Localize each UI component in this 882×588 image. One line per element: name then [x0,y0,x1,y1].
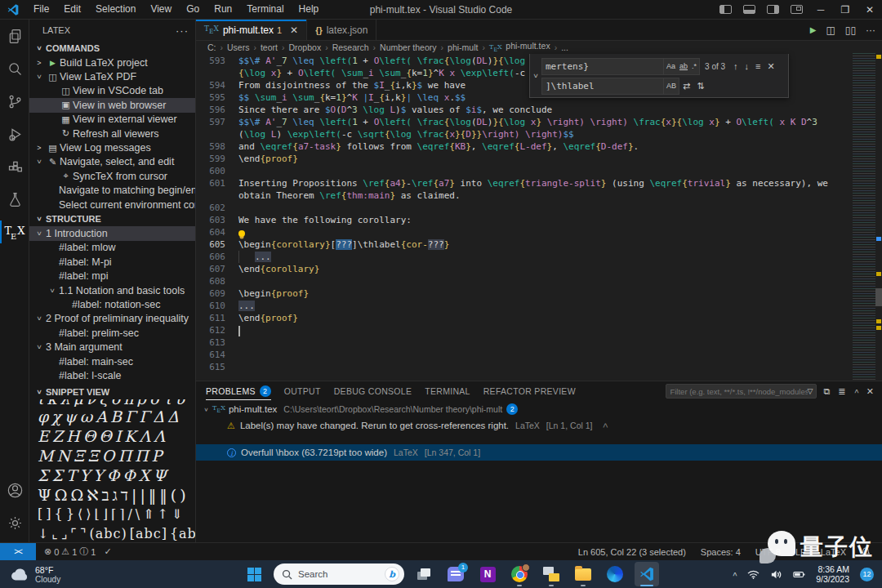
find-in-selection-icon[interactable]: ≡ [755,61,760,71]
code-line-wrap[interactable]: obtain Theorem \ref{thm:main} as claimed… [196,189,853,202]
snippet-symbol[interactable]: O [102,446,116,466]
toggle-replace-icon[interactable]: > [530,54,541,97]
command-view-latex-pdf[interactable]: >◫View LaTeX PDF [29,69,195,83]
snippet-symbol[interactable]: ⇑ [143,505,154,524]
snippet-symbol[interactable]: Δ [153,407,165,426]
snippet-symbol[interactable]: (abc) [89,524,127,542]
toggle-secondary-sidebar-icon[interactable] [767,5,779,14]
problem-row-info[interactable]: iOverfull \hbox (63.7219pt too wide)LaTe… [196,444,882,461]
snippet-symbol[interactable]: / [127,505,132,524]
snippet-symbol[interactable]: κ [47,399,57,407]
activity-account-icon[interactable] [0,474,29,506]
breadcrumb-item[interactable]: TEX phi-mult.tex [489,41,550,53]
snippet-symbol[interactable]: σ [149,399,161,407]
snippet-symbol[interactable]: ⟩ [86,505,91,524]
snippet-symbol[interactable]: ⌞ [51,524,59,542]
snippet-symbol[interactable]: λ [60,399,70,407]
snippet-symbol[interactable]: | [140,485,145,505]
snippet-symbol[interactable]: ⌉ [119,505,125,524]
panel-tab-output[interactable]: OUTPUT [284,381,321,401]
activity-search-icon[interactable] [0,52,29,85]
whole-word-icon[interactable]: ab [679,62,688,70]
snippet-symbol[interactable]: ‖ [149,485,158,505]
snippet-symbol[interactable]: \ [136,505,140,524]
activity-source-control-icon[interactable] [0,85,29,118]
code-line[interactable]: 596Since there are $O(D^3 \log L)$ value… [196,104,853,116]
snippet-symbol[interactable]: Ψ [38,485,52,505]
code-line[interactable]: 605\begin{corollary}[???]\thlabel{cor-??… [196,238,853,251]
maximize-panel-icon[interactable]: > [852,389,860,393]
structure-2-proof-of-preliminary-inequality[interactable]: >2 Proof of preliminary inequality [29,312,195,326]
structure-label-main-sec[interactable]: #label: main-sec [29,354,195,368]
close-panel-icon[interactable]: ✕ [866,386,874,397]
snippet-symbol[interactable]: Γ [125,407,136,426]
snippet-symbol[interactable]: Σ [38,466,49,485]
open-in-editor-icon[interactable]: ⧉ [823,386,830,397]
command-navigate-to-matching-begin-end[interactable]: Navigate to matching begin/end [29,184,195,198]
activity-flask-icon[interactable] [0,183,29,216]
panel-tab-refactor-preview[interactable]: REFACTOR PREVIEW [483,381,576,401]
menu-edit[interactable]: Edit [56,0,88,19]
structure-3-main-argument[interactable]: >3 Main argument [29,340,195,354]
close-find-icon[interactable]: ✕ [768,61,775,72]
regex-icon[interactable]: .* [692,62,697,70]
code-line[interactable]: 601Inserting Propositions \ref{a4}-\ref{… [196,177,853,189]
code-line[interactable]: 606 ... [196,251,853,263]
snippet-symbol[interactable]: I [115,426,122,446]
toggle-sidebar-icon[interactable] [719,5,732,14]
code-line[interactable]: 613 [196,336,853,349]
replace-one-icon[interactable]: ⇄ [683,81,690,91]
structure-label-notation-sec[interactable]: #label: notation-sec [29,297,195,311]
snippet-symbol[interactable]: ⌝ [80,524,87,542]
minimap[interactable] [853,53,875,381]
snippet-symbol[interactable]: ψ [65,407,78,426]
command-refresh-all-viewers[interactable]: ↻Refresh all viewers [29,127,195,140]
problem-row-warning[interactable]: ⚠Label(s) may have changed. Rerun to get… [196,417,882,434]
snippet-symbol[interactable]: P [152,446,163,466]
code-line[interactable]: 597$$\# A'_7 \leq \left(1 + O\left( \fra… [196,116,853,128]
code-line[interactable]: 612 [196,324,853,336]
collapse-icon[interactable]: > [600,419,610,432]
snippet-symbol[interactable]: [ [38,505,43,524]
snippet-symbol[interactable]: ω [80,407,94,426]
code-editor[interactable]: 593$$\# A'_7 \leq \left(1 + O\left( \fra… [196,53,853,381]
code-line[interactable]: 599\end{proof} [196,153,853,165]
snippet-symbol[interactable]: Π [135,446,149,466]
sidebar-more-icon[interactable]: ··· [176,24,189,37]
snippet-symbol[interactable]: Λ [154,426,166,446]
code-line-wrap[interactable]: (\log L) \exp\left(-c \sqrt{\log \frac{x… [196,128,853,140]
task-view-button[interactable] [412,562,436,586]
snippet-symbol[interactable]: ב [101,485,109,505]
close-button[interactable]: ✕ [858,0,882,20]
onenote-button[interactable]: N [475,562,500,586]
snippet-symbol[interactable]: ‖ [159,485,168,505]
menu-file[interactable]: File [26,0,56,19]
snippet-symbol[interactable]: ⇓ [172,505,183,524]
snippet-symbol[interactable]: Φ [107,466,121,485]
snippet-symbol[interactable]: ξ [99,399,108,407]
lightbulb-icon[interactable] [238,230,245,237]
snippet-symbol[interactable]: ↑ [158,505,169,524]
snippet-symbol[interactable]: ο [111,399,121,407]
snippet-symbol[interactable]: } [66,505,75,524]
menu-view[interactable]: View [143,0,179,19]
problems-file-row[interactable]: > TEX phi-mult.tex C:\Users\teort\Dropbo… [196,401,882,417]
code-line[interactable]: 603We have the following corollary: [196,214,853,226]
snippet-symbol[interactable]: B [110,407,122,426]
snippet-symbol[interactable]: ρ [137,399,147,407]
command-select-current-environment-conte[interactable]: Select current environment conte... [29,198,195,212]
filter-icon[interactable]: ▽ [808,387,813,395]
view-as-list-icon[interactable]: ≣ [838,386,845,397]
snippet-symbol[interactable]: ℵ [87,485,99,505]
panel-tab-terminal[interactable]: TERMINAL [425,381,470,401]
remote-indicator[interactable]: >< [0,543,36,561]
panel-tab-debug-console[interactable]: DEBUG CONSOLE [334,381,412,401]
snippet-symbol[interactable]: ⌈ [111,505,117,524]
snippet-symbol[interactable]: ד [121,485,129,505]
activity-explorer-icon[interactable] [0,20,29,52]
breadcrumb-item[interactable]: phi-mult [448,42,478,52]
structure-section-header[interactable]: >STRUCTURE [29,212,195,226]
clock[interactable]: 8:36 AM 9/3/2023 [816,564,849,584]
view-pdf-icon[interactable]: ◫ [826,24,835,36]
snippet-symbol[interactable]: Ξ [74,446,85,466]
